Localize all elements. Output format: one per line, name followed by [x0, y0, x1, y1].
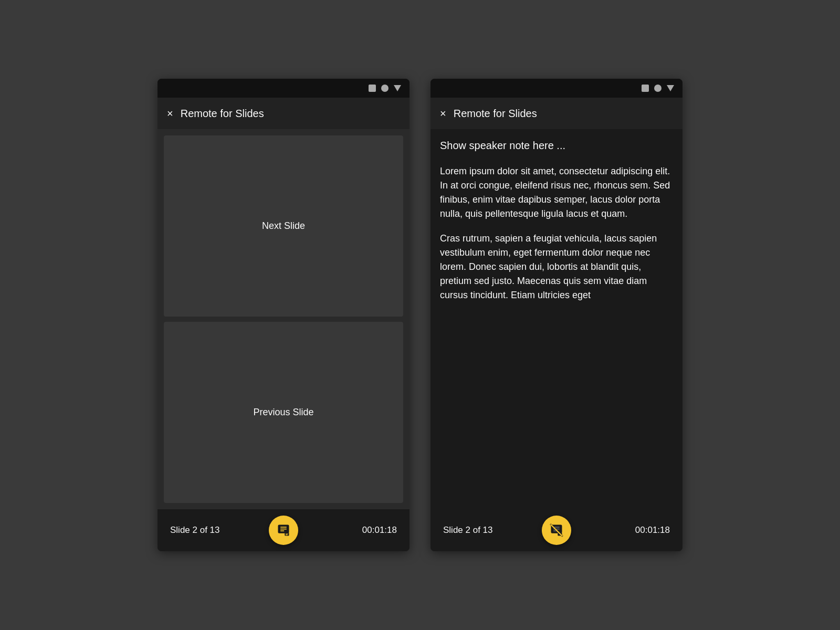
phones-container: × Remote for Slides Next Slide Previous … — [158, 79, 682, 551]
next-slide-panel[interactable]: Next Slide — [164, 135, 403, 317]
status-square-icon-right — [642, 85, 649, 92]
slides-area: Next Slide Previous Slide — [158, 129, 410, 509]
status-bar-left — [158, 79, 410, 98]
app-header-left: × Remote for Slides — [158, 98, 410, 129]
slide-counter-right: Slide 2 of 13 — [443, 525, 493, 536]
phone-right: × Remote for Slides Show speaker note he… — [430, 79, 682, 551]
notes-off-icon — [549, 523, 564, 538]
notes-paragraph-1: Lorem ipsum dolor sit amet, consectetur … — [440, 164, 673, 221]
timer-right: 00:01:18 — [635, 525, 670, 536]
footer-right: Slide 2 of 13 00:01:18 — [430, 509, 682, 551]
status-square-icon — [369, 85, 376, 92]
notes-on-icon — [276, 523, 291, 538]
phone-left: × Remote for Slides Next Slide Previous … — [158, 79, 410, 551]
footer-left: Slide 2 of 13 00:01:18 — [158, 509, 410, 551]
status-triangle-icon-right — [667, 85, 674, 91]
app-title-left: Remote for Slides — [181, 108, 264, 120]
notes-body: Lorem ipsum dolor sit amet, consectetur … — [440, 164, 673, 302]
close-button-left[interactable]: × — [167, 108, 173, 119]
timer-left: 00:01:18 — [362, 525, 397, 536]
speaker-notes-panel: Show speaker note here ... Lorem ipsum d… — [430, 129, 682, 509]
app-header-right: × Remote for Slides — [430, 98, 682, 129]
close-button-right[interactable]: × — [440, 108, 446, 119]
status-circle-icon — [381, 85, 388, 92]
slide-counter-left: Slide 2 of 13 — [170, 525, 220, 536]
prev-slide-label: Previous Slide — [253, 407, 313, 418]
status-triangle-icon — [394, 85, 401, 91]
prev-slide-panel[interactable]: Previous Slide — [164, 322, 403, 503]
next-slide-label: Next Slide — [262, 220, 305, 232]
status-circle-icon-right — [654, 85, 662, 92]
notes-header-text: Show speaker note here ... — [440, 140, 673, 152]
notes-paragraph-2: Cras rutrum, sapien a feugiat vehicula, … — [440, 232, 673, 302]
app-title-right: Remote for Slides — [454, 108, 537, 120]
svg-rect-4 — [285, 533, 289, 536]
status-bar-right — [430, 79, 682, 98]
toggle-notes-button-right[interactable] — [542, 516, 571, 545]
toggle-notes-button-left[interactable] — [269, 516, 298, 545]
